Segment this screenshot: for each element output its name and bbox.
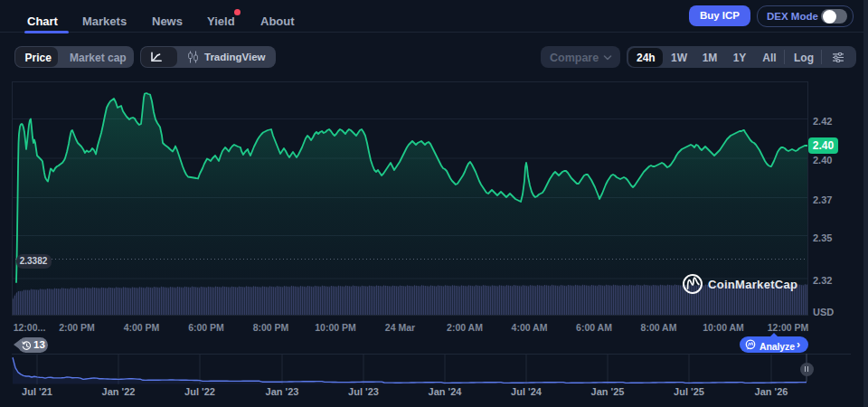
svg-text:CoinMarketCap: CoinMarketCap	[708, 278, 797, 291]
